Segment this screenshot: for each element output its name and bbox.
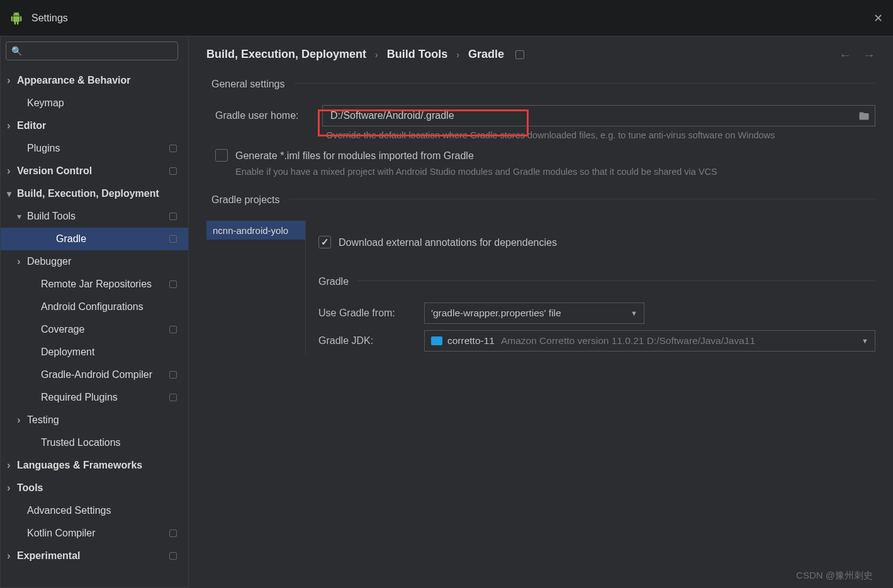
nav-back-icon[interactable]: ←	[839, 48, 851, 62]
project-indicator-icon	[169, 235, 177, 243]
chevron-down-icon	[7, 189, 16, 199]
sidebar-item-label: Plugins	[27, 143, 60, 154]
generate-iml-checkbox[interactable]	[215, 149, 228, 162]
chevron-down-icon	[17, 211, 26, 221]
jdk-folder-icon	[431, 336, 442, 345]
gradle-user-home-input-wrap	[322, 105, 875, 126]
use-gradle-from-value: 'gradle-wrapper.properties' file	[431, 308, 561, 319]
breadcrumb-item: Gradle	[468, 48, 504, 61]
sidebar-item-required-plugins[interactable]: Required Plugins	[1, 386, 188, 409]
sidebar-item-gradle[interactable]: Gradle	[1, 228, 188, 250]
nav-forward-icon[interactable]: →	[863, 48, 875, 62]
download-annotations-checkbox[interactable]	[318, 236, 331, 248]
section-general-head: General settings	[206, 67, 875, 99]
sidebar-item-label: Advanced Settings	[27, 505, 111, 516]
android-logo-icon	[10, 12, 23, 25]
sidebar-item-build-execution-deployment[interactable]: Build, Execution, Deployment	[1, 182, 188, 205]
chevron-right-icon: ›	[456, 50, 459, 60]
section-title-gradle-sub: Gradle	[318, 276, 349, 287]
sidebar-item-label: Coverage	[41, 324, 84, 335]
gradle-jdk-label: Gradle JDK:	[318, 335, 418, 347]
gradle-jdk-detail: Amazon Corretto version 11.0.21 D:/Softw…	[501, 335, 755, 347]
chevron-right-icon	[7, 119, 16, 132]
sidebar-item-remote-jar-repositories[interactable]: Remote Jar Repositories	[1, 273, 188, 296]
browse-folder-icon[interactable]	[858, 110, 870, 123]
sidebar-item-label: Keymap	[27, 97, 64, 109]
close-icon[interactable]: ✕	[873, 11, 883, 25]
project-item[interactable]: ncnn-android-yolo	[206, 221, 305, 240]
use-gradle-from-row: Use Gradle from: 'gradle-wrapper.propert…	[318, 302, 875, 324]
sidebar-item-version-control[interactable]: Version Control	[1, 160, 188, 182]
generate-iml-label: Generate *.iml files for modules importe…	[235, 149, 474, 163]
sidebar-item-gradle-android-compiler[interactable]: Gradle-Android Compiler	[1, 363, 188, 386]
section-title-projects: Gradle projects	[211, 194, 280, 206]
sidebar-item-keymap[interactable]: Keymap	[1, 92, 188, 114]
project-indicator-icon	[169, 145, 177, 152]
watermark: CSDN @豫州刺史	[796, 570, 873, 582]
breadcrumb-item[interactable]: Build, Execution, Deployment	[206, 48, 366, 61]
chevron-right-icon	[7, 74, 16, 87]
section-divider	[289, 199, 876, 199]
project-indicator-icon	[169, 167, 177, 175]
sidebar-item-label: Remote Jar Repositories	[41, 279, 152, 290]
sidebar-item-label: Languages & Frameworks	[17, 460, 142, 471]
use-gradle-from-dropdown[interactable]: 'gradle-wrapper.properties' file ▼	[424, 302, 644, 324]
sidebar-item-label: Gradle	[56, 233, 86, 245]
sidebar-item-deployment[interactable]: Deployment	[1, 341, 188, 363]
reset-icon[interactable]	[515, 50, 524, 59]
section-gradle-sub-head: Gradle	[318, 265, 875, 296]
breadcrumb-item[interactable]: Build Tools	[387, 48, 448, 61]
section-divider	[357, 280, 875, 281]
chevron-down-icon: ▼	[862, 337, 868, 345]
generate-iml-hint: Enable if you have a mixed project with …	[235, 167, 875, 177]
sidebar-item-plugins[interactable]: Plugins	[1, 137, 188, 160]
project-indicator-icon	[169, 530, 177, 537]
chevron-right-icon	[7, 482, 16, 494]
nav-arrows: ← →	[839, 48, 875, 62]
section-divider	[294, 83, 875, 84]
sidebar-item-label: Android Configurations	[41, 301, 143, 313]
project-indicator-icon	[169, 394, 177, 401]
sidebar-item-label: Experimental	[17, 550, 80, 562]
gradle-user-home-label: Gradle user home:	[215, 110, 316, 121]
sidebar-item-appearance-behavior[interactable]: Appearance & Behavior	[1, 69, 188, 92]
section-title-general: General settings	[211, 79, 285, 90]
gradle-jdk-dropdown[interactable]: corretto-11 Amazon Corretto version 11.0…	[424, 330, 875, 352]
download-annotations-row: Download external annotations for depend…	[318, 236, 875, 250]
projects-detail: Download external annotations for depend…	[306, 221, 875, 355]
sidebar: 🔍 Appearance & BehaviorKeymapEditorPlugi…	[0, 36, 189, 588]
chevron-right-icon	[7, 165, 16, 177]
window-title: Settings	[31, 13, 68, 24]
sidebar-item-label: Tools	[17, 482, 43, 494]
gradle-user-home-input[interactable]	[322, 105, 875, 126]
project-indicator-icon	[169, 213, 177, 220]
sidebar-item-testing[interactable]: Testing	[1, 409, 188, 431]
generate-iml-row: Generate *.iml files for modules importe…	[215, 149, 875, 163]
download-annotations-label: Download external annotations for depend…	[339, 236, 557, 250]
sidebar-item-tools[interactable]: Tools	[1, 477, 188, 499]
sidebar-item-languages-frameworks[interactable]: Languages & Frameworks	[1, 454, 188, 477]
sidebar-item-trusted-locations[interactable]: Trusted Locations	[1, 431, 188, 454]
chevron-right-icon: ›	[375, 50, 378, 60]
project-indicator-icon	[169, 371, 177, 379]
sidebar-item-experimental[interactable]: Experimental	[1, 545, 188, 567]
sidebar-item-label: Testing	[27, 414, 59, 426]
sidebar-item-editor[interactable]: Editor	[1, 114, 188, 137]
project-indicator-icon	[169, 326, 177, 333]
project-indicator-icon	[169, 280, 177, 288]
search-input[interactable]	[6, 42, 178, 60]
gradle-jdk-row: Gradle JDK: corretto-11 Amazon Corretto …	[318, 330, 875, 352]
sidebar-item-label: Debugger	[27, 256, 71, 267]
sidebar-item-build-tools[interactable]: Build Tools	[1, 205, 188, 228]
projects-area: ncnn-android-yolo Download external anno…	[206, 221, 875, 355]
sidebar-item-label: Gradle-Android Compiler	[41, 369, 152, 380]
sidebar-item-android-configurations[interactable]: Android Configurations	[1, 296, 188, 318]
sidebar-item-advanced-settings[interactable]: Advanced Settings	[1, 499, 188, 522]
sidebar-item-coverage[interactable]: Coverage	[1, 318, 188, 341]
sidebar-item-label: Version Control	[17, 165, 92, 177]
sidebar-item-debugger[interactable]: Debugger	[1, 250, 188, 273]
chevron-right-icon	[7, 550, 16, 562]
sidebar-item-kotlin-compiler[interactable]: Kotlin Compiler	[1, 522, 188, 545]
sidebar-item-label: Trusted Locations	[41, 437, 121, 448]
sidebar-item-label: Required Plugins	[41, 392, 118, 403]
